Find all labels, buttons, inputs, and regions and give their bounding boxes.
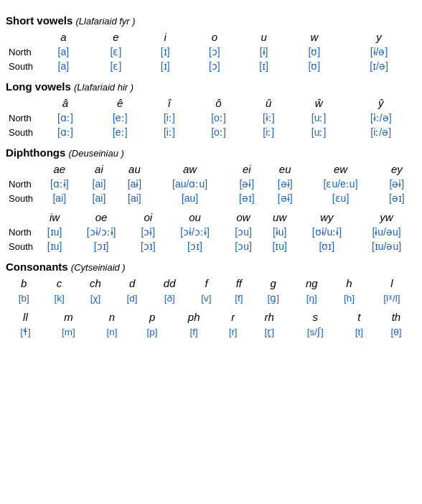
cons1-h-g: g	[254, 276, 293, 291]
sv-north-i: [ɪ]	[142, 45, 188, 59]
diph2-header-row: iw oe oi ou ow uw wy yw	[6, 210, 416, 225]
diph1-n-ei: [əɨ]	[228, 177, 266, 191]
diph2-s-wy: [ʊɪ]	[297, 239, 357, 253]
diph1-h-ae: ae	[37, 162, 82, 177]
diph2-south-label: South	[6, 239, 37, 253]
lv-north-w: [uː]	[292, 111, 346, 125]
sv-south-i: [ɪ]	[142, 59, 188, 73]
diphthongs-section: Diphthongs (Deuseiniau ) ae ai au aw ei …	[6, 146, 416, 253]
lv-header-row: â ê î ô û ŵ ŷ	[6, 95, 416, 111]
lv-header-u: û	[245, 95, 292, 111]
sv-header-e: e	[90, 29, 142, 45]
diph1-s-ei: [əɪ]	[228, 191, 266, 205]
diph1-n-au: [aɨ]	[116, 177, 152, 191]
cons2-ipa-s: [s/ʃ]	[288, 325, 342, 339]
lv-header-y: ŷ	[345, 95, 416, 111]
diph2-h-wy: wy	[297, 210, 357, 225]
lv-north-u: [ɨː]	[245, 111, 292, 125]
cons1-ipa-h: [h]	[331, 291, 367, 305]
cons1-h-l: l	[367, 276, 416, 291]
sv-south-label: South	[6, 59, 37, 73]
lv-south-a: [ɑː]	[37, 125, 93, 139]
diph2-north-row: North [ɪu] [ɔɨ/ɔːɨ] [ɔɨ] [ɔɨ/ɔːɨ] [ɔu] […	[6, 225, 416, 239]
sv-north-row: North [a] [ɛ] [ɪ] [ɔ] [ɨ] [ʊ] [ɨ/ə]	[6, 45, 416, 59]
short-vowels-title: Short vowels (Llafariaid fyr )	[6, 14, 416, 27]
empty-label	[6, 210, 37, 225]
cons2-ipa-rh: [r̥]	[250, 325, 288, 339]
cons2-header-row: ll m n p ph r rh s t th	[6, 309, 416, 325]
diph2-n-wy: [ʊɨ/uːɨ]	[297, 225, 357, 239]
lv-south-row: South [ɑː] [eː] [iː] [oː] [iː] [uː] [iː/…	[6, 125, 416, 139]
lv-header-a: â	[37, 95, 93, 111]
sv-header-a: a	[37, 29, 90, 45]
lv-north-i: [iː]	[147, 111, 192, 125]
cons2-h-s: s	[288, 309, 342, 325]
diph2-n-yw: [ɨu/əu]	[357, 225, 416, 239]
lv-south-u: [iː]	[245, 125, 292, 139]
cons1-ipa-g: [ɡ]	[254, 291, 293, 305]
sv-header-y: y	[342, 29, 416, 45]
sv-south-w: [ʊ]	[287, 59, 342, 73]
cons1-h-h: h	[331, 276, 367, 291]
lv-north-y: [ɨː/ə]	[345, 111, 416, 125]
diph1-h-au: au	[116, 162, 152, 177]
sv-south-y: [ɪ/ə]	[342, 59, 416, 73]
cons1-h-dd: dd	[150, 276, 189, 291]
long-vowels-title: Long vowels (Llafariaid hir )	[6, 80, 416, 93]
diph1-h-ai: ai	[82, 162, 117, 177]
diph2-n-uw: [ɨu]	[263, 225, 297, 239]
lv-south-o: [oː]	[192, 125, 245, 139]
diph1-s-aw: [au]	[153, 191, 228, 205]
cons2-h-ph: ph	[172, 309, 215, 325]
consonants-table-2: ll m n p ph r rh s t th [ɬ] [m] [n] [p] …	[6, 309, 416, 339]
cons1-ipa-ff: [f]	[224, 291, 254, 305]
diph1-n-ae: [ɑːɨ]	[37, 177, 82, 191]
cons1-h-f: f	[189, 276, 224, 291]
diph1-h-aw: aw	[153, 162, 228, 177]
sv-south-e: [ɛ]	[90, 59, 142, 73]
diph2-south-row: South [ɪu] [ɔɪ] [ɔɪ] [ɔɪ] [ɔu] [ɪu] [ʊɪ]…	[6, 239, 416, 253]
diph2-h-yw: yw	[357, 210, 416, 225]
cons2-ipa-ll: [ɬ]	[6, 325, 45, 339]
cons2-h-r: r	[215, 309, 250, 325]
cons1-ipa-l: [lˠ/l]	[367, 291, 416, 305]
diph2-n-ow: [ɔu]	[224, 225, 262, 239]
diph2-h-ow: ow	[224, 210, 262, 225]
empty-label	[6, 162, 37, 177]
diph1-header-row: ae ai au aw ei eu ew ey	[6, 162, 416, 177]
sv-north-e: [ɛ]	[90, 45, 142, 59]
sv-north-w: [ʊ]	[287, 45, 342, 59]
empty-label	[6, 29, 37, 45]
diph1-north-row: North [ɑːɨ] [ai] [aɨ] [au/ɑːu] [əɨ] [əɨ]…	[6, 177, 416, 191]
sv-south-o: [ɔ]	[188, 59, 240, 73]
diph1-s-ae: [ai]	[37, 191, 82, 205]
diph1-n-ey: [əɨ]	[378, 177, 416, 191]
sv-header-i: i	[142, 29, 188, 45]
diph1-s-eu: [əɨ]	[266, 191, 304, 205]
sv-header-o: o	[188, 29, 240, 45]
lv-north-a: [ɑː]	[37, 111, 93, 125]
diph2-h-uw: uw	[263, 210, 297, 225]
diph1-s-au: [ai]	[116, 191, 152, 205]
lv-north-label: North	[6, 111, 37, 125]
cons2-ipa-p: [p]	[132, 325, 172, 339]
diph1-north-label: North	[6, 177, 37, 191]
diph2-h-ou: ou	[166, 210, 225, 225]
lv-south-w: [uː]	[292, 125, 346, 139]
cons1-header-row: b c ch d dd f ff g ng h l	[6, 276, 416, 291]
diph2-n-iw: [ɪu]	[37, 225, 72, 239]
cons1-ipa-row: [b] [k] [χ] [d] [ð] [v] [f] [ɡ] [ŋ] [h] …	[6, 291, 416, 305]
cons2-ipa-r: [r]	[215, 325, 250, 339]
sv-north-label: North	[6, 45, 37, 59]
long-vowels-welsh: (Llafariaid hir )	[74, 82, 133, 93]
cons2-h-p: p	[132, 309, 172, 325]
diph2-h-iw: iw	[37, 210, 72, 225]
diphthongs-welsh: (Deuseiniau )	[68, 148, 123, 159]
diph2-s-yw: [ɪu/əu]	[357, 239, 416, 253]
short-vowels-header-row: a e i o u w y	[6, 29, 416, 45]
diph1-n-eu: [əɨ]	[266, 177, 304, 191]
diph2-s-oi: [ɔɪ]	[131, 239, 165, 253]
lv-header-i: î	[147, 95, 192, 111]
sv-north-o: [ɔ]	[188, 45, 240, 59]
lv-north-row: North [ɑː] [eː] [iː] [oː] [ɨː] [uː] [ɨː/…	[6, 111, 416, 125]
